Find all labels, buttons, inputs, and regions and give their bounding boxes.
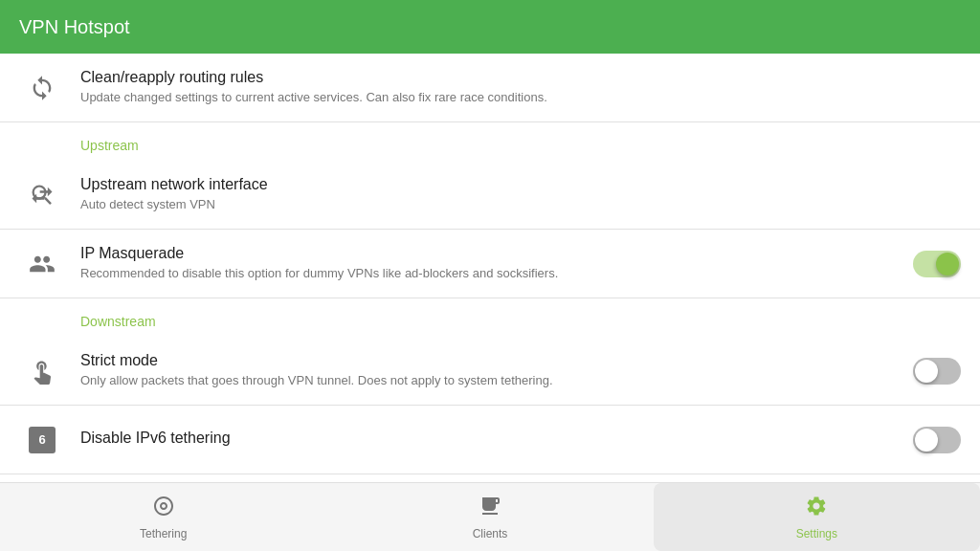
settings-label: Settings [796,527,837,540]
app-title: VPN Hotspot [19,16,130,38]
ip-masquerade-item[interactable]: IP Masquerade Recommended to disable thi… [0,230,980,298]
content-area: Clean/reapply routing rules Update chang… [0,54,980,482]
tethering-label: Tethering [140,527,187,540]
ip-masquerade-title: IP Masquerade [80,245,898,262]
clients-icon [479,495,501,523]
strict-mode-item[interactable]: Strict mode Only allow packets that goes… [0,337,980,406]
upstream-network-item[interactable]: Upstream network interface Auto detect s… [0,161,980,230]
downstream-section-header: Downstream [0,298,980,337]
bottom-nav: Tethering Clients Settings [0,482,980,551]
ip-masquerade-subtitle: Recommended to disable this option for d… [80,265,898,282]
ip-masquerade-switch[interactable] [913,251,961,277]
disable-ipv6-toggle[interactable] [913,427,961,453]
app-header: VPN Hotspot [0,0,980,54]
refresh-icon [19,75,65,101]
disable-ipv6-text: Disable IPv6 tethering [65,430,913,450]
disable-ipv6-switch[interactable] [913,427,961,453]
tethering-icon [152,495,175,523]
strict-mode-switch[interactable] [913,358,961,385]
upstream-section-header: Upstream [0,122,980,161]
ip-masquerade-icon [19,251,65,277]
nav-tethering[interactable]: Tethering [0,483,326,551]
strict-mode-toggle[interactable] [913,358,961,385]
nav-settings[interactable]: Settings [654,483,980,551]
upstream-network-subtitle: Auto detect system VPN [80,196,946,213]
strict-mode-icon [19,358,65,385]
network-interface-icon [19,182,65,209]
upstream-network-text: Upstream network interface Auto detect s… [65,176,961,213]
clean-reapply-subtitle: Update changed settings to current activ… [80,89,946,106]
disable-ipv6-item[interactable]: 6 Disable IPv6 tethering [0,406,980,474]
clean-reapply-item[interactable]: Clean/reapply routing rules Update chang… [0,54,980,122]
disable-ipv6-icon: 6 [19,427,65,453]
ip-masquerade-toggle[interactable] [913,251,961,277]
nav-clients[interactable]: Clients [326,483,653,551]
settings-icon [805,495,828,523]
upstream-network-title: Upstream network interface [80,176,946,193]
clean-reapply-text: Clean/reapply routing rules Update chang… [65,69,961,106]
strict-mode-subtitle: Only allow packets that goes through VPN… [80,372,898,389]
ip-masquerade-text: IP Masquerade Recommended to disable thi… [65,245,913,282]
strict-mode-text: Strict mode Only allow packets that goes… [65,352,913,389]
clients-label: Clients [473,527,508,540]
clean-reapply-title: Clean/reapply routing rules [80,69,946,86]
strict-mode-title: Strict mode [80,352,898,369]
disable-ipv6-title: Disable IPv6 tethering [80,430,898,447]
